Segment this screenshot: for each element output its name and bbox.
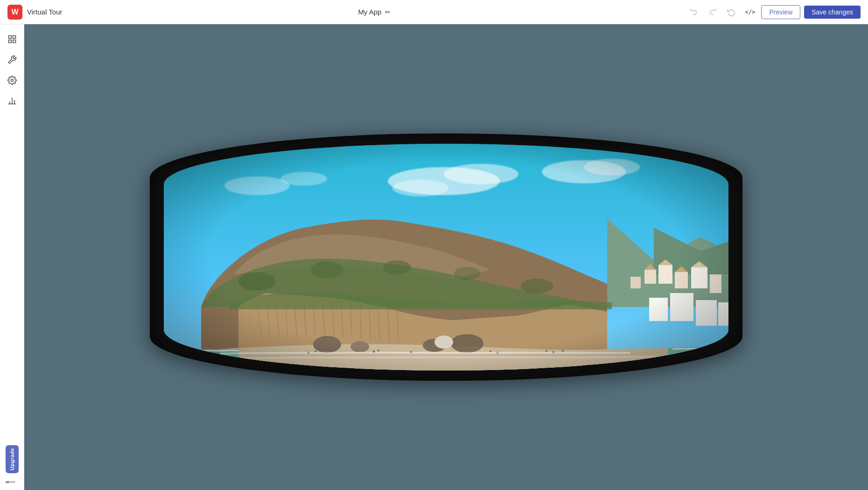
upgrade-button[interactable]: Upgrade — [6, 445, 19, 473]
sidebar-item-analytics[interactable] — [3, 91, 21, 110]
header-left: W Virtual Tour — [7, 5, 62, 20]
sidebar-item-tools[interactable] — [3, 50, 21, 69]
save-changes-button[interactable]: Save changes — [804, 6, 861, 19]
wix-logo-bottom: wix — [4, 477, 21, 486]
header-center: My App ✏ — [358, 8, 391, 16]
preview-button[interactable]: Preview — [761, 5, 800, 19]
code-button[interactable]: </> — [742, 5, 757, 20]
sidebar-item-grid[interactable] — [3, 30, 21, 49]
sidebar-bottom: Upgrade wix — [0, 445, 24, 490]
header-right: </> Preview Save changes — [686, 5, 861, 20]
redo-button[interactable] — [705, 5, 720, 20]
header-bar: W Virtual Tour My App ✏ </> Preview Save… — [0, 0, 868, 24]
panorama-frame-inner — [164, 144, 728, 371]
main-canvas — [24, 24, 868, 490]
undo-button[interactable] — [686, 5, 701, 20]
logo[interactable]: W — [7, 5, 22, 20]
panorama-image — [164, 144, 728, 371]
svg-text:wix: wix — [9, 480, 15, 484]
svg-rect-2 — [8, 40, 11, 43]
restore-button[interactable] — [724, 5, 739, 20]
edit-app-name-icon[interactable]: ✏ — [385, 8, 391, 16]
svg-rect-1 — [13, 36, 15, 39]
app-name-label: My App — [358, 8, 381, 16]
panorama-viewer[interactable] — [150, 133, 742, 381]
svg-rect-3 — [13, 40, 15, 43]
sidebar — [0, 24, 24, 490]
svg-rect-0 — [8, 36, 11, 39]
app-title: Virtual Tour — [27, 8, 62, 16]
sidebar-item-settings[interactable] — [3, 71, 21, 90]
svg-point-4 — [11, 79, 13, 82]
svg-rect-70 — [164, 144, 728, 371]
